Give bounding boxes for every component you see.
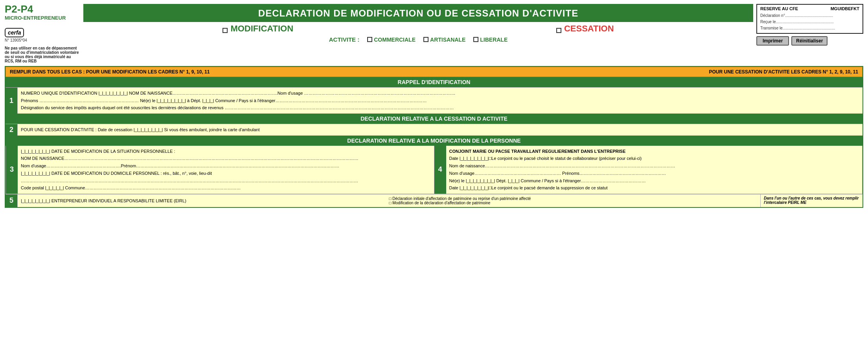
cessation-checkbox[interactable]	[556, 28, 561, 33]
recue-line: Reçue le................................…	[760, 19, 859, 25]
reserve-code: MGUIDBEFKT	[831, 6, 859, 11]
modification-checkbox[interactable]	[223, 28, 228, 33]
reinitialiser-button[interactable]: Réinitialiser	[791, 36, 828, 46]
section-2-number: 2	[6, 124, 17, 136]
modification-label: MODIFICATION	[230, 24, 293, 33]
cerfa-box: cerfa	[5, 28, 24, 37]
declaration-line: Déclaration n°..........................…	[760, 13, 859, 19]
section-4-line4: Nom d'usage…………………………………………………… Prénoms……	[449, 170, 859, 177]
banner-orange-right: POUR UNE CESSATION D'ACTIVITE LES CADRES…	[709, 69, 858, 75]
section-1: 1 NUMERO UNIQUE D'IDENTIFICATION |_|_|_|…	[6, 87, 862, 114]
section-5-check2: □ Modification de la déclaration d'affec…	[389, 201, 758, 205]
banner-orange-left: REMPLIR DANS TOUS LES CAS : POUR UNE MOD…	[10, 69, 210, 75]
section-3-4-row: 3 |_|_|_|_|_|_|_|_| DATE DE MODIFICATION…	[6, 146, 862, 194]
cessation-label: CESSATION	[564, 24, 614, 33]
header-row: P2-P4 MICRO-ENTREPRENEUR cerfa N° 13905*…	[5, 4, 863, 64]
header-center: DECLARATION DE MODIFICATION OU DE CESSAT…	[83, 4, 753, 64]
section-3-line6: Code postal |_|_|_|_|_| Commune…………………………	[21, 184, 431, 192]
form-body: REMPLIR DANS TOUS LES CAS : POUR UNE MOD…	[5, 66, 863, 208]
section-1-content: NUMERO UNIQUE D'IDENTIFICATION |_|_|_|_|…	[17, 88, 862, 114]
section-5-note-text: Dans l'un ou l'autre de ces cas, vous de…	[764, 196, 859, 205]
commerciale-label: COMMERCIALE	[374, 37, 416, 43]
warning-text: Ne pas utiliser en cas de dépassement de…	[5, 45, 79, 64]
header-right: RESERVE AU CFE MGUIDBEFKT Déclaration n°…	[753, 4, 863, 64]
section-3-content: |_|_|_|_|_|_|_|_| DATE DE MODIFICATION D…	[18, 146, 434, 194]
section-3-line1: |_|_|_|_|_|_|_|_| DATE DE MODIFICATION D…	[21, 148, 431, 155]
activite-label: ACTIVITE :	[329, 36, 360, 43]
section-3-line5: ……………………………………………………………………………………………………………	[21, 177, 431, 185]
mod-cess-row: MODIFICATION CESSATION	[83, 22, 753, 35]
activite-row: ACTIVITE : COMMERCIALE ARTISANALE LIBERA…	[83, 35, 753, 44]
reserve-title: RESERVE AU CFE MGUIDBEFKT	[760, 6, 859, 11]
liberale-option: LIBERALE	[473, 37, 508, 43]
title-banner: DECLARATION DE MODIFICATION OU DE CESSAT…	[83, 4, 753, 22]
reserve-box: RESERVE AU CFE MGUIDBEFKT Déclaration n°…	[756, 4, 863, 34]
section-4-line3: Nom de naissance…………………………………………………………………	[449, 162, 859, 170]
section-5-check1: □ Déclaration initiale d'affectation de …	[389, 196, 758, 201]
section-3-line4: |_|_|_|_|_|_|_|_| DATE DE MODIFICATION D…	[21, 170, 431, 177]
section-2-text: POUR UNE CESSATION D'ACTIVITE : Date de …	[21, 126, 859, 134]
cessation-option: CESSATION	[556, 24, 614, 34]
banner-rappel: RAPPEL D'IDENTIFICATION	[6, 77, 862, 87]
commerciale-checkbox[interactable]	[367, 37, 372, 42]
artisanale-label: ARTISANALE	[430, 37, 465, 43]
cerfa-text: cerfa	[8, 29, 21, 36]
reserve-label: RESERVE AU CFE	[760, 6, 798, 11]
section-4-number: 4	[434, 146, 446, 194]
page-container: P2-P4 MICRO-ENTREPRENEUR cerfa N° 13905*…	[0, 0, 868, 212]
cerfa-num: N° 13905*04	[5, 38, 79, 42]
artisanale-option: ARTISANALE	[423, 37, 465, 43]
section-1-line2: Prénoms …………………………………………………………… Né(e) le…	[21, 97, 859, 104]
reserve-lines: Déclaration n°..........................…	[760, 13, 859, 31]
section-4-line5: Né(e) le |_|_|_|_|_|_|_|_| Dépt. |_|_|_|…	[449, 177, 859, 185]
artisanale-checkbox[interactable]	[423, 37, 428, 42]
section-4-line2: Date |_|_|_|_|_|_|_|_|□Le conjoint ou le…	[449, 155, 859, 162]
micro-label: MICRO-ENTREPRENEUR	[5, 15, 79, 21]
button-row: Imprimer Réinitialiser	[756, 36, 863, 46]
liberale-checkbox[interactable]	[473, 37, 478, 42]
section-5-main: |_|_|_|_|_|_|_|_| ENTREPRENEUR INDIVIDUE…	[17, 194, 760, 207]
header-left: P2-P4 MICRO-ENTREPRENEUR cerfa N° 13905*…	[5, 4, 83, 64]
banner-modification: DECLARATION RELATIVE A LA MODIFICATION D…	[6, 136, 862, 146]
modification-option: MODIFICATION	[223, 24, 293, 34]
section-3-line2: NOM DE NAISSANCE…………………………………………………………………	[21, 155, 431, 162]
section-1-line1: NUMERO UNIQUE D'IDENTIFICATION |_|_|_|_|…	[21, 90, 859, 97]
section-5: 5 |_|_|_|_|_|_|_|_| ENTREPRENEUR INDIVID…	[6, 194, 862, 207]
banner-cessation: DECLARATION RELATIVE A LA CESSATION D AC…	[6, 114, 862, 124]
section-1-line3: Désignation du service des impôts auprès…	[21, 104, 859, 112]
transmise-line: Transmise le............................…	[760, 25, 859, 31]
section-3-line3: Nom d'usage…………………………………………….Prénom………………	[21, 162, 431, 170]
section-2-content: POUR UNE CESSATION D'ACTIVITE : Date de …	[17, 124, 862, 136]
section-2: 2 POUR UNE CESSATION D'ACTIVITE : Date d…	[6, 124, 862, 136]
section-5-number: 5	[6, 194, 17, 207]
section-3-number: 3	[6, 146, 18, 194]
liberale-label: LIBERALE	[480, 37, 508, 43]
commerciale-option: COMMERCIALE	[367, 37, 416, 43]
p2p4-label: P2-P4	[5, 4, 79, 14]
section-4-line6: Date |_|_|_|_|_|_|_|_|□Le conjoint ou le…	[449, 184, 859, 192]
section-1-number: 1	[6, 88, 17, 114]
section-4-content: CONJOINT MARIE OU PACSE TRAVAILLANT REGU…	[446, 146, 862, 194]
section-5-text: |_|_|_|_|_|_|_|_| ENTREPRENEUR INDIVIDUE…	[21, 198, 389, 203]
section-4-line1: CONJOINT MARIE OU PACSE TRAVAILLANT REGU…	[449, 148, 859, 155]
banner-orange: REMPLIR DANS TOUS LES CAS : POUR UNE MOD…	[6, 67, 862, 77]
section-5-checks: □ Déclaration initiale d'affectation de …	[389, 196, 758, 205]
imprimer-button[interactable]: Imprimer	[756, 36, 789, 46]
section-5-note: Dans l'un ou l'autre de ces cas, vous de…	[760, 194, 862, 207]
